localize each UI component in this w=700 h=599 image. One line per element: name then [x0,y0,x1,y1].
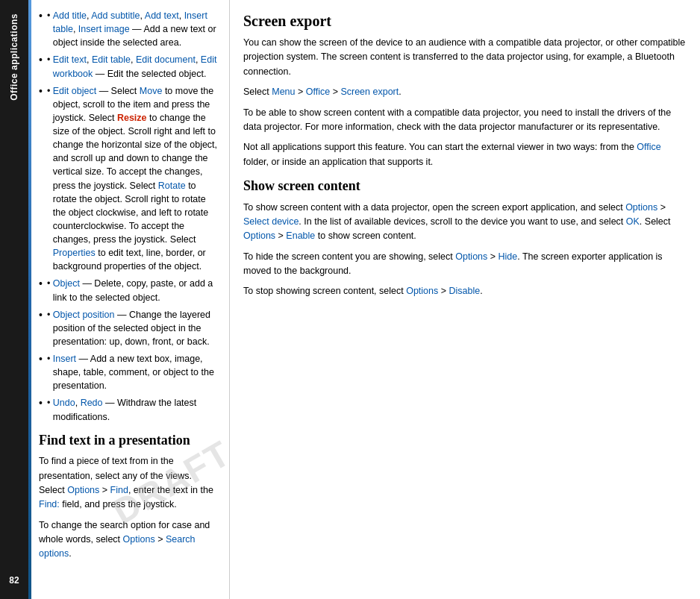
show-screen-para3: To stop showing screen content, select O… [243,284,687,298]
link-rotate[interactable]: Rotate [158,181,186,191]
link-search-options[interactable]: Options [123,534,155,545]
link-undo[interactable]: Undo [53,398,75,408]
link-add-subtitle[interactable]: Add subtitle [91,10,140,21]
link-screen-export[interactable]: Screen export [340,87,399,97]
link-object-position[interactable]: Object position [53,310,115,320]
link-select-device[interactable]: Select device [243,216,299,227]
list-item: • Object position — Change the layered p… [39,308,219,348]
link-hide[interactable]: Hide [499,251,518,262]
main-content: • Add title, Add subtitle, Add text, Ins… [28,0,700,599]
list-item: • Undo, Redo — Withdraw the latest modif… [39,396,219,423]
link-object[interactable]: Object [53,278,80,289]
link-edit-text[interactable]: Edit text [53,54,87,65]
list-item: • Object — Delete, copy, paste, or add a… [39,277,219,304]
link-insert[interactable]: Insert [53,354,76,364]
show-screen-para2: To hide the screen content you are showi… [243,250,687,279]
link-disable[interactable]: Disable [449,286,481,296]
link-move[interactable]: Move [140,86,163,96]
show-screen-heading: Show screen content [243,178,687,195]
right-column: Screen export You can show the screen of… [230,0,700,599]
link-find-find[interactable]: Find [110,485,128,495]
link-edit-document[interactable]: Edit document [136,54,196,65]
screen-export-heading: Screen export [243,12,687,30]
link-office[interactable]: Office [306,87,330,97]
list-item: • Add title, Add subtitle, Add text, Ins… [39,9,219,49]
find-para1: To find a piece of text from in the pres… [39,454,219,512]
screen-export-para3: Not all applications support this featur… [243,140,687,169]
link-show-options2[interactable]: Options [243,230,275,241]
list-item: • Edit text, Edit table, Edit document, … [39,53,219,80]
bullet-list: • Add title, Add subtitle, Add text, Ins… [39,9,219,424]
list-item: • Insert — Add a new text box, image, sh… [39,352,219,392]
link-show-options3[interactable]: Options [455,251,487,262]
link-edit-object[interactable]: Edit object [53,86,96,96]
screen-export-para2: To be able to show screen content with a… [243,106,687,135]
link-find-field[interactable]: Find: [39,499,60,509]
link-add-text[interactable]: Add text [145,10,179,21]
link-add-title[interactable]: Add title [53,10,87,21]
gradient-bar [28,0,31,599]
link-find-options[interactable]: Options [67,485,99,495]
find-para2: To change the search option for case and… [39,518,219,562]
link-insert-image[interactable]: Insert image [78,24,130,34]
link-search-options-item[interactable]: Search options [39,534,196,559]
find-heading: Find text in a presentation [39,433,219,449]
link-show-options4[interactable]: Options [406,286,438,296]
screen-export-select: Select Menu > Office > Screen export. [243,85,687,99]
link-menu[interactable]: Menu [272,87,295,97]
link-ok[interactable]: OK [626,216,640,227]
link-enable[interactable]: Enable [286,230,315,241]
link-redo[interactable]: Redo [81,398,103,408]
screen-export-para1: You can show the screen of the device to… [243,36,687,79]
link-resize[interactable]: Resize [117,113,147,123]
left-column: • Add title, Add subtitle, Add text, Ins… [28,0,230,599]
link-edit-table[interactable]: Edit table [92,54,131,65]
page-number: 82 [9,569,19,592]
sidebar-title: Office applications [9,7,19,107]
link-properties[interactable]: Properties [53,248,96,258]
list-item: • Edit object — Select Move to move the … [39,84,219,274]
link-show-options1[interactable]: Options [625,202,657,213]
link-office2[interactable]: Office [637,142,660,152]
sidebar: Office applications 82 [0,0,28,599]
show-screen-para1: To show screen content with a data proje… [243,201,687,244]
